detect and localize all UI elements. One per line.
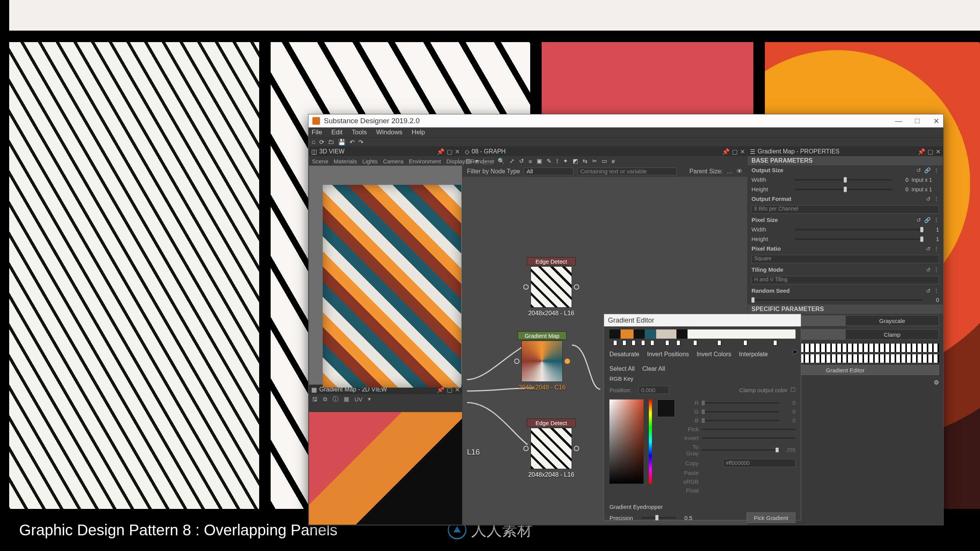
pin-icon[interactable]: 📌 xyxy=(918,148,925,155)
float-label[interactable]: Float xyxy=(680,487,699,494)
uv-label[interactable]: UV xyxy=(354,396,363,403)
menu-icon[interactable]: ⋮ xyxy=(934,167,939,173)
reset-icon[interactable]: ↺ xyxy=(926,267,931,273)
current-color-swatch[interactable] xyxy=(657,399,675,417)
output-format-select[interactable]: 8 Bits per Channel xyxy=(751,205,939,214)
view2d-preview[interactable] xyxy=(309,412,462,525)
hue-slider[interactable] xyxy=(649,399,652,484)
comment-icon[interactable]: ✎ xyxy=(547,158,552,165)
gradient-stops[interactable] xyxy=(609,340,795,346)
copy-icon[interactable]: ⧉ xyxy=(323,396,327,403)
view3d-camera[interactable]: Camera xyxy=(383,158,403,165)
srgb-label[interactable]: sRGB xyxy=(680,478,699,485)
color-icon[interactable]: ▣ xyxy=(537,158,542,165)
menu-icon[interactable]: ⋮ xyxy=(934,267,939,273)
tag-icon[interactable]: ◩ xyxy=(573,158,578,165)
node-gradient-map[interactable]: Gradient Map 2048x2048 - C16 xyxy=(518,331,567,391)
reset-zoom-icon[interactable]: ↺ xyxy=(519,158,524,165)
graph-toolbar[interactable]: ▤ ▾ 🔍 ⤢ ↺ ≡ ▣ ✎ ⟟ ✦ ◩ ⇆ ✂ ▭ # xyxy=(462,156,747,166)
view3d-scene[interactable]: Scene xyxy=(312,158,328,165)
reset-icon[interactable]: ↺ xyxy=(926,246,931,252)
properties-header[interactable]: ☰ Gradient Map - PROPERTIES 📌 ▢ ✕ xyxy=(748,147,943,156)
gradient-preview[interactable] xyxy=(609,329,795,339)
action-clear-all[interactable]: Clear All xyxy=(642,365,665,372)
menu-icon[interactable]: ⋮ xyxy=(934,288,939,294)
paste-label[interactable]: Paste xyxy=(680,469,699,476)
px-width-slider[interactable] xyxy=(795,229,923,230)
window-minimize-button[interactable]: — xyxy=(895,117,901,126)
link-icon[interactable]: ⇆ xyxy=(583,158,588,165)
main-toolbar[interactable]: ⌂ ⟳ 🗀 💾 ↶ ↷ xyxy=(309,137,943,147)
menu-help[interactable]: Help xyxy=(412,129,425,136)
width-slider[interactable] xyxy=(795,179,892,181)
cut-icon[interactable]: ✂ xyxy=(592,158,597,165)
open-icon[interactable]: 🗀 xyxy=(328,139,334,145)
reset-icon[interactable]: ↺ xyxy=(916,217,921,223)
menu-icon[interactable]: ⋮ xyxy=(934,246,939,252)
action-interpolate[interactable]: Interpolate xyxy=(739,351,768,358)
link-icon[interactable]: 🔗 xyxy=(924,167,931,173)
info-icon[interactable]: ⓘ xyxy=(333,396,338,403)
r-slider[interactable] xyxy=(702,402,779,404)
action-invert-pos[interactable]: Invert Positions xyxy=(647,351,689,358)
px-height-slider[interactable] xyxy=(795,238,923,240)
graph-filter-bar[interactable]: Filter by Node Type All Containing text … xyxy=(462,166,747,177)
popout-icon[interactable]: ▢ xyxy=(732,148,738,155)
view3d-materials[interactable]: Materials xyxy=(334,158,357,165)
menu-icon[interactable]: ⋮ xyxy=(934,196,939,202)
togray-label[interactable]: To Gray xyxy=(680,443,699,456)
pin-icon[interactable]: 📌 xyxy=(437,148,444,155)
pixel-ratio-select[interactable]: Square xyxy=(751,255,939,263)
view3d-env[interactable]: Environment xyxy=(409,158,441,165)
filter-type-select[interactable]: All xyxy=(524,168,573,175)
search-icon[interactable]: 🔍 xyxy=(498,158,505,165)
reset-icon[interactable]: ↺ xyxy=(916,167,921,173)
node-edge-detect-1[interactable]: Edge Detect 2048x2048 - L16 xyxy=(527,257,576,317)
seed-slider[interactable] xyxy=(751,299,923,301)
height-slider[interactable] xyxy=(795,189,892,190)
view3d-panel[interactable]: Scene Materials Lights Camera Environmen… xyxy=(309,156,462,385)
view2d-subtoolbar[interactable]: 🖫 ⧉ ⓘ ▦ UV ▾ xyxy=(309,395,462,404)
window-close-button[interactable]: ✕ xyxy=(933,117,939,126)
frame-icon[interactable]: ▭ xyxy=(602,158,607,165)
a-slider[interactable] xyxy=(702,449,779,451)
base-parameters-section[interactable]: BASE PARAMETERS xyxy=(748,156,943,165)
action-desaturate[interactable]: Desaturate xyxy=(609,351,639,358)
menu-icon[interactable]: ⋮ xyxy=(934,217,939,223)
fit-icon[interactable]: ⤢ xyxy=(510,158,514,165)
pick-label[interactable]: Pick xyxy=(680,426,699,432)
save-icon[interactable]: 🖫 xyxy=(312,396,318,403)
action-invert-colors[interactable]: Invert Colors xyxy=(697,351,732,358)
menu-file[interactable]: File xyxy=(312,129,322,136)
node-edge-detect-2[interactable]: Edge Detect 2048x2048 - L16 xyxy=(527,419,576,478)
position-spinner[interactable]: 0.000 xyxy=(639,386,669,394)
close-icon[interactable]: ✕ xyxy=(740,148,745,155)
color-field[interactable] xyxy=(609,399,644,484)
graph-header[interactable]: ◇ 08 - GRAPH 📌 ▢ ✕ xyxy=(462,147,747,156)
redo-icon[interactable]: ↷ xyxy=(358,139,363,146)
eye-icon[interactable]: 👁 xyxy=(737,168,743,175)
menubar[interactable]: File Edit Tools Windows Help xyxy=(309,127,943,137)
precision-slider[interactable] xyxy=(642,517,676,518)
g-slider[interactable] xyxy=(702,411,779,412)
link-icon[interactable]: 🔗 xyxy=(924,217,931,223)
hash-icon[interactable]: # xyxy=(612,158,615,165)
view3d-lights[interactable]: Lights xyxy=(362,158,377,165)
copy-label[interactable]: Copy xyxy=(680,460,699,466)
specific-parameters-section[interactable]: SPECIFIC PARAMETERS xyxy=(748,305,943,314)
gradient-editor-dialog[interactable]: Gradient Editor Desaturate Invert Positi… xyxy=(604,314,801,520)
view3d-subtoolbar[interactable]: Scene Materials Lights Camera Environmen… xyxy=(309,156,462,166)
options-icon[interactable]: ⚙ xyxy=(934,379,939,386)
reset-icon[interactable]: ↺ xyxy=(926,288,931,294)
view3d-header[interactable]: ◫ 3D VIEW 📌 ▢ ✕ xyxy=(309,147,462,156)
gradient-editor-titlebar[interactable]: Gradient Editor xyxy=(604,314,801,326)
grid-icon[interactable]: ▦ xyxy=(344,396,349,403)
action-select-all[interactable]: Select All xyxy=(609,365,635,372)
pick-gradient-button[interactable]: Pick Gradient xyxy=(746,512,795,523)
titlebar[interactable]: Substance Designer 2019.2.0 — □ ✕ xyxy=(309,114,943,127)
wand-icon[interactable]: ✦ xyxy=(563,158,568,165)
undo-icon[interactable]: ↶ xyxy=(350,139,354,146)
invert-label[interactable]: Invert xyxy=(680,435,699,441)
close-icon[interactable]: ✕ xyxy=(455,148,460,155)
hex-input[interactable] xyxy=(723,459,795,467)
